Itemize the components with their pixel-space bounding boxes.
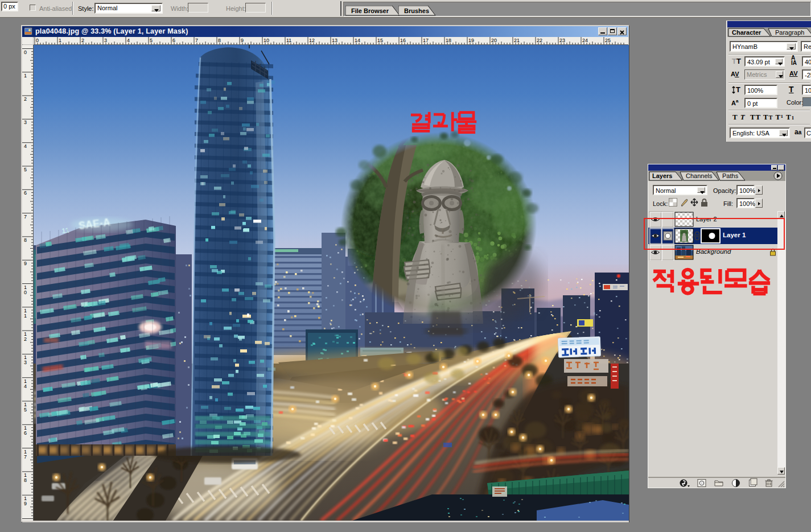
svg-text:Channels: Channels xyxy=(686,172,713,179)
svg-text:11: 11 xyxy=(61,226,70,234)
svg-text:4: 4 xyxy=(24,143,27,149)
svg-text:5: 5 xyxy=(24,407,27,413)
svg-text:Paragraph: Paragraph xyxy=(775,29,804,36)
svg-text:24: 24 xyxy=(582,38,588,43)
svg-text:7: 7 xyxy=(195,38,198,43)
svg-text:Brushes: Brushes xyxy=(404,7,429,14)
svg-text:25: 25 xyxy=(605,38,611,43)
svg-text:0: 0 xyxy=(24,50,27,55)
svg-text:18: 18 xyxy=(446,38,451,43)
svg-text:10: 10 xyxy=(264,38,269,43)
svg-text:11: 11 xyxy=(286,38,291,43)
svg-text:0: 0 xyxy=(36,38,39,43)
svg-text:6: 6 xyxy=(24,190,27,196)
svg-text:Layers: Layers xyxy=(652,172,672,179)
svg-text:16: 16 xyxy=(400,38,406,43)
svg-text:2: 2 xyxy=(24,336,27,342)
svg-text:8: 8 xyxy=(24,237,27,243)
svg-text:3: 3 xyxy=(104,38,107,43)
svg-text:File Browser: File Browser xyxy=(351,7,389,14)
svg-text:2: 2 xyxy=(24,96,27,102)
svg-text:19: 19 xyxy=(468,38,474,43)
svg-text:7: 7 xyxy=(24,454,27,460)
svg-text:20: 20 xyxy=(491,38,497,43)
svg-text:5: 5 xyxy=(24,167,27,172)
svg-text:3: 3 xyxy=(24,360,27,365)
svg-text:1: 1 xyxy=(59,38,61,43)
svg-text:23: 23 xyxy=(559,38,565,43)
svg-text:4: 4 xyxy=(127,38,130,43)
svg-text:17: 17 xyxy=(423,38,429,43)
svg-text:6: 6 xyxy=(24,430,27,436)
svg-text:8: 8 xyxy=(24,477,27,483)
svg-text:9: 9 xyxy=(241,38,244,43)
svg-text:Paths: Paths xyxy=(722,172,739,179)
svg-text:1: 1 xyxy=(24,73,27,79)
svg-text:9: 9 xyxy=(24,501,27,506)
svg-text:9: 9 xyxy=(24,261,27,266)
svg-text:12: 12 xyxy=(309,38,315,43)
svg-text:1: 1 xyxy=(24,313,27,319)
svg-text:13: 13 xyxy=(332,38,337,43)
svg-text:6: 6 xyxy=(172,38,175,43)
svg-text:8: 8 xyxy=(218,38,221,43)
svg-text:0: 0 xyxy=(24,290,27,295)
svg-text:7: 7 xyxy=(24,214,27,220)
svg-text:Character: Character xyxy=(732,29,761,36)
svg-text:5: 5 xyxy=(150,38,153,43)
svg-text:22: 22 xyxy=(537,38,542,43)
svg-text:3: 3 xyxy=(24,119,27,125)
svg-text:14: 14 xyxy=(355,38,360,43)
svg-text:2: 2 xyxy=(81,38,84,43)
svg-text:15: 15 xyxy=(377,38,383,43)
svg-text:4: 4 xyxy=(24,383,27,389)
svg-text:21: 21 xyxy=(514,38,520,43)
